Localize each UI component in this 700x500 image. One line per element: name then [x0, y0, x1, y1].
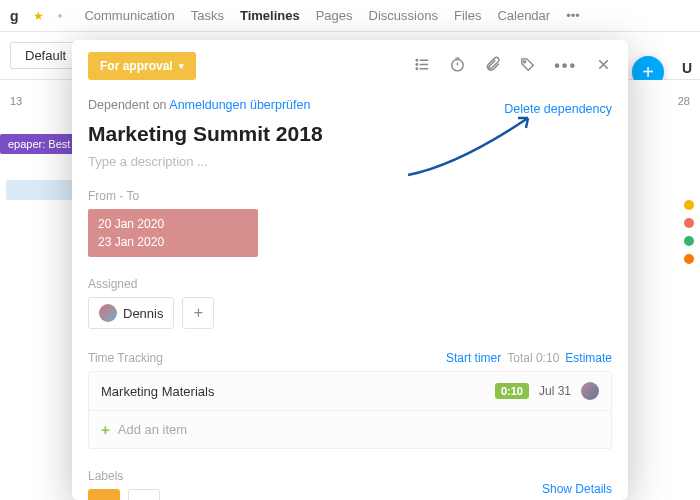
dependency-prefix: Dependent on — [88, 98, 169, 112]
bullet-icon: ● — [58, 11, 63, 20]
estimate-link[interactable]: Estimate — [565, 351, 612, 365]
modal-body: Dependent on Anmeldungen überprüfen Dele… — [72, 92, 628, 500]
assignee-chip[interactable]: Dennis — [88, 297, 174, 329]
dot-icon — [684, 254, 694, 264]
for-approval-button[interactable]: For approval ▾ — [88, 52, 196, 80]
time-total: Total 0:10 — [507, 351, 559, 365]
subitem-time-badge: 0:10 — [495, 383, 529, 399]
add-label-button[interactable]: + — [128, 489, 160, 500]
delete-dependency-link[interactable]: Delete dependency — [504, 102, 612, 116]
brand-fragment: g — [10, 8, 19, 24]
nav-communication[interactable]: Communication — [84, 8, 174, 23]
add-subitem-label: Add an item — [118, 422, 187, 437]
svg-point-5 — [416, 68, 417, 69]
nav-tasks[interactable]: Tasks — [191, 8, 224, 23]
dot-icon — [684, 200, 694, 210]
modal-header: For approval ▾ ••• — [72, 40, 628, 92]
nav-more-icon[interactable]: ••• — [566, 8, 580, 23]
attachment-icon[interactable] — [484, 56, 501, 77]
add-subitem-button[interactable]: + Add an item — [89, 411, 611, 448]
time-tracking-label: Time Tracking — [88, 351, 163, 365]
view-selector[interactable]: Default — [10, 42, 81, 69]
subitems-box: Marketing Materials 0:10 Jul 31 + Add an… — [88, 371, 612, 449]
side-dots — [684, 200, 694, 264]
assignee-name: Dennis — [123, 306, 163, 321]
task-title[interactable]: Marketing Summit 2018 — [88, 122, 612, 146]
subitem-date: Jul 31 — [539, 384, 571, 398]
for-approval-label: For approval — [100, 59, 173, 73]
list-icon[interactable] — [414, 56, 431, 77]
subitem-row[interactable]: Marketing Materials 0:10 Jul 31 — [89, 372, 611, 411]
top-nav: g ★ ● Communication Tasks Timelines Page… — [0, 0, 700, 32]
tag-icon[interactable] — [519, 56, 536, 77]
dot-icon — [684, 218, 694, 228]
svg-point-3 — [416, 59, 417, 60]
timer-icon[interactable] — [449, 56, 466, 77]
description-input[interactable]: Type a description ... — [88, 154, 612, 169]
assigned-label: Assigned — [88, 277, 612, 291]
nav-calendar[interactable]: Calendar — [497, 8, 550, 23]
dot-icon — [684, 236, 694, 246]
task-modal: For approval ▾ ••• Dependent on Anmeldun… — [72, 40, 628, 500]
chevron-down-icon: ▾ — [179, 61, 184, 71]
svg-point-6 — [452, 59, 463, 70]
svg-point-9 — [524, 60, 526, 62]
nav-discussions[interactable]: Discussions — [369, 8, 438, 23]
labels-label: Labels — [88, 469, 612, 483]
plus-icon: + — [101, 421, 110, 438]
subitem-title: Marketing Materials — [101, 384, 485, 399]
star-icon[interactable]: ★ — [33, 9, 44, 23]
date-range[interactable]: 20 Jan 2020 23 Jan 2020 — [88, 209, 258, 257]
start-timer-link[interactable]: Start timer — [446, 351, 501, 365]
dependency-link[interactable]: Anmeldungen überprüfen — [169, 98, 310, 112]
modal-actions: ••• — [414, 56, 612, 77]
right-letter: U — [682, 60, 692, 76]
avatar — [99, 304, 117, 322]
svg-point-4 — [416, 63, 417, 64]
fromto-label: From - To — [88, 189, 612, 203]
more-icon[interactable]: ••• — [554, 57, 577, 75]
show-details-link[interactable]: Show Details — [542, 482, 612, 496]
close-icon[interactable] — [595, 56, 612, 77]
nav-pages[interactable]: Pages — [316, 8, 353, 23]
avatar — [581, 382, 599, 400]
nav-timelines[interactable]: Timelines — [240, 8, 300, 23]
day-label: 28 — [678, 95, 690, 107]
date-to: 23 Jan 2020 — [98, 233, 248, 251]
date-from: 20 Jan 2020 — [98, 215, 248, 233]
nav-tabs: Communication Tasks Timelines Pages Disc… — [84, 8, 579, 23]
nav-files[interactable]: Files — [454, 8, 481, 23]
add-assignee-button[interactable]: + — [182, 297, 214, 329]
label-swatch[interactable] — [88, 489, 120, 500]
day-label: 13 — [10, 95, 22, 107]
